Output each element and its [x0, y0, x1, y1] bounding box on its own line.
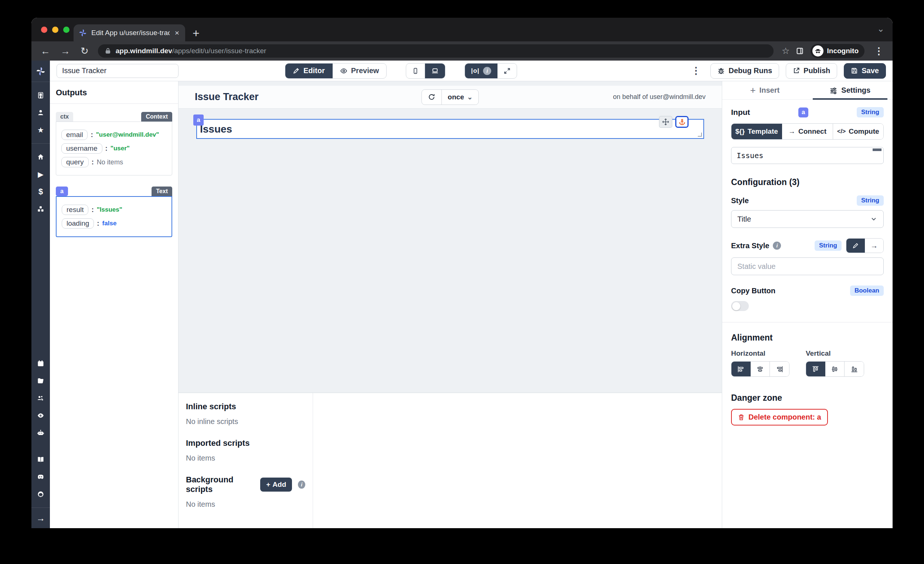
refresh-mode-dropdown[interactable]: once ⌄: [442, 90, 478, 105]
arrow-right-icon: →: [788, 127, 795, 136]
address-bar[interactable]: app.windmill.dev/apps/edit/u/user/issue-…: [98, 44, 774, 58]
app-toolbar: Editor Preview: [50, 61, 892, 81]
template-code-input[interactable]: Issues: [731, 147, 884, 164]
extra-style-input[interactable]: [731, 257, 884, 275]
folders-icon[interactable]: [37, 377, 44, 384]
copy-button-toggle[interactable]: [731, 301, 749, 311]
github-icon[interactable]: [37, 491, 44, 498]
vertical-align-group: [806, 361, 864, 377]
app-name-input[interactable]: [57, 64, 178, 78]
component-a-id-badge[interactable]: a: [56, 187, 68, 196]
info-icon[interactable]: i: [298, 480, 305, 489]
docs-book-icon[interactable]: [37, 456, 44, 463]
laptop-icon: [431, 67, 439, 75]
app-main: Editor Preview: [50, 61, 892, 528]
delete-component-button[interactable]: Delete component: a: [731, 409, 828, 425]
resize-handle[interactable]: [698, 133, 702, 137]
close-tab-icon[interactable]: ×: [174, 28, 180, 37]
plus-icon: +: [750, 85, 756, 96]
user-icon[interactable]: [37, 109, 44, 116]
mobile-view-button[interactable]: [406, 64, 425, 78]
compute-mode-button[interactable]: </> Compute: [833, 124, 884, 139]
incognito-badge[interactable]: Incognito: [810, 44, 864, 58]
static-edit-button[interactable]: [846, 239, 865, 253]
browser-menu-icon[interactable]: ⋮: [871, 45, 886, 57]
back-icon[interactable]: ←: [38, 45, 54, 57]
fullscreen-button[interactable]: [498, 64, 517, 78]
side-panel-icon[interactable]: [796, 47, 804, 55]
url-path: /apps/edit/u/user/issue-tracker: [172, 47, 267, 55]
editor-tab[interactable]: Editor: [285, 64, 333, 78]
workspace-icon[interactable]: [37, 91, 44, 99]
zoom-window-button[interactable]: [63, 27, 69, 33]
discord-icon[interactable]: [37, 473, 44, 480]
align-bottom-button[interactable]: [844, 362, 864, 376]
ctx-output-card[interactable]: ctx Context email : "user@windmill.dev" …: [56, 112, 172, 175]
bookmark-star-icon[interactable]: ☆: [780, 46, 792, 56]
ctx-id-badge[interactable]: ctx: [56, 112, 73, 121]
debug-runs-button[interactable]: Debug Runs: [710, 63, 779, 79]
tab-settings[interactable]: Settings: [808, 81, 893, 99]
publish-button[interactable]: Publish: [786, 63, 837, 79]
forward-icon[interactable]: →: [57, 45, 74, 57]
output-key[interactable]: loading: [62, 218, 94, 229]
style-select[interactable]: Title: [731, 210, 884, 228]
output-key[interactable]: query: [62, 157, 89, 167]
close-window-button[interactable]: [41, 27, 47, 33]
desktop-view-button[interactable]: [425, 64, 445, 78]
canvas-grid[interactable]: a Issues: [178, 109, 722, 393]
align-top-button[interactable]: [806, 362, 825, 376]
connect-input-button[interactable]: →: [865, 239, 884, 253]
save-button[interactable]: Save: [844, 63, 886, 79]
variables-dollar-icon[interactable]: $: [39, 188, 43, 195]
template-mode-button[interactable]: ${} Template: [732, 124, 782, 139]
output-key[interactable]: result: [62, 205, 88, 215]
preview-tab[interactable]: Preview: [333, 64, 387, 78]
favorites-star-icon[interactable]: ★: [38, 126, 44, 134]
collapse-arrow-icon[interactable]: →: [32, 507, 50, 528]
selected-text-component[interactable]: a Issues: [196, 119, 704, 139]
tab-search-chevron-icon[interactable]: ⌄: [877, 24, 885, 34]
minimize-window-button[interactable]: [52, 27, 58, 33]
audit-eye-icon[interactable]: [37, 412, 44, 419]
output-key[interactable]: email: [62, 130, 88, 140]
home-icon[interactable]: [37, 153, 44, 161]
groups-users-icon[interactable]: [37, 395, 44, 402]
more-options-icon[interactable]: ⋮: [688, 65, 704, 76]
resources-cubes-icon[interactable]: [37, 205, 44, 213]
workers-robot-icon[interactable]: [37, 429, 44, 437]
browser-tab[interactable]: Edit App u/user/issue-tracker | ×: [74, 24, 185, 41]
extra-style-type-badge: String: [814, 241, 842, 251]
connect-mode-button[interactable]: → Connect: [782, 124, 833, 139]
background-scripts-empty: No items: [186, 500, 305, 509]
move-handle-icon[interactable]: [659, 116, 672, 128]
align-middle-button[interactable]: [825, 362, 844, 376]
schedules-calendar-icon[interactable]: [37, 360, 44, 367]
align-right-button[interactable]: [770, 362, 789, 376]
canvas-area: Issue Tracker once ⌄ on behalf of user@w…: [178, 81, 722, 528]
style-type-badge: String: [857, 195, 884, 206]
info-icon[interactable]: i: [773, 242, 781, 250]
component-a-output-card[interactable]: a Text result : "Issues" loading :: [56, 187, 172, 237]
horizontal-label: Horizontal: [731, 349, 789, 358]
app-title: Issue Tracker: [195, 91, 259, 103]
refresh-group: once ⌄: [422, 90, 478, 105]
output-key[interactable]: username: [62, 143, 102, 154]
component-id-handle[interactable]: a: [193, 115, 204, 126]
align-center-h-button[interactable]: [751, 362, 770, 376]
runs-play-icon[interactable]: ▶: [38, 171, 43, 178]
refresh-button[interactable]: [422, 90, 442, 105]
toggle-panels-button[interactable]: |o| i: [465, 64, 498, 78]
align-left-button[interactable]: [732, 362, 751, 376]
add-background-script-button[interactable]: + Add: [260, 477, 292, 492]
tab-insert[interactable]: + Insert: [722, 81, 808, 99]
input-label: Input: [731, 108, 750, 117]
reload-icon[interactable]: ↻: [77, 45, 92, 57]
panel-bars-icon: |o|: [471, 67, 479, 75]
bug-icon: [717, 67, 725, 75]
settings-panel: + Insert Settings Input a String: [722, 81, 892, 528]
output-row: loading : false: [62, 218, 166, 229]
new-tab-button[interactable]: +: [192, 27, 200, 39]
anchor-toggle-icon[interactable]: [675, 116, 688, 128]
windmill-logo-icon[interactable]: [32, 61, 50, 82]
